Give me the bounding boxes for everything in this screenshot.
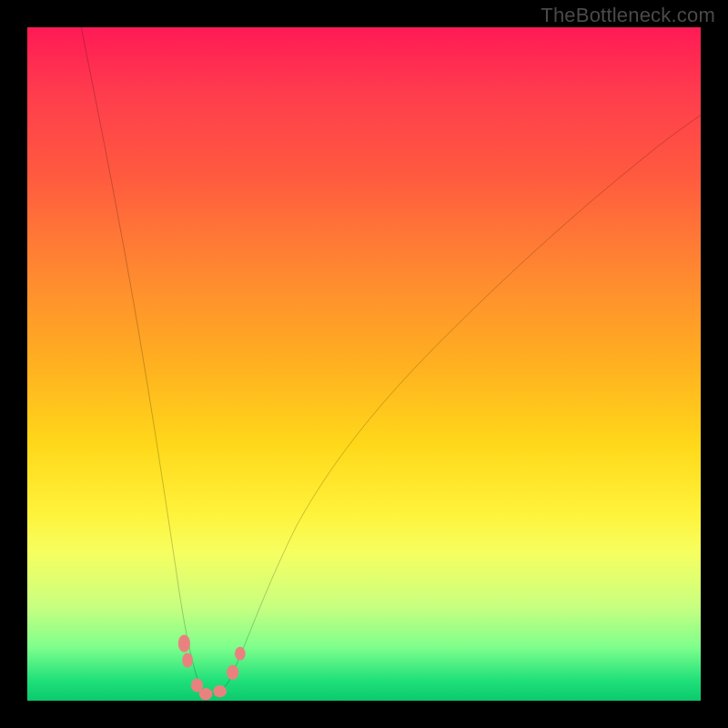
plot-area <box>27 27 701 701</box>
chart-frame: TheBottleneck.com <box>0 0 728 728</box>
watermark-text: TheBottleneck.com <box>541 4 715 27</box>
trough-marker <box>235 647 246 661</box>
bottleneck-curve <box>27 27 701 701</box>
trough-marker <box>199 688 213 700</box>
trough-marker <box>178 634 190 652</box>
trough-marker <box>182 652 193 667</box>
trough-marker <box>227 665 238 680</box>
trough-marker <box>213 685 227 697</box>
curve-path <box>81 27 701 693</box>
